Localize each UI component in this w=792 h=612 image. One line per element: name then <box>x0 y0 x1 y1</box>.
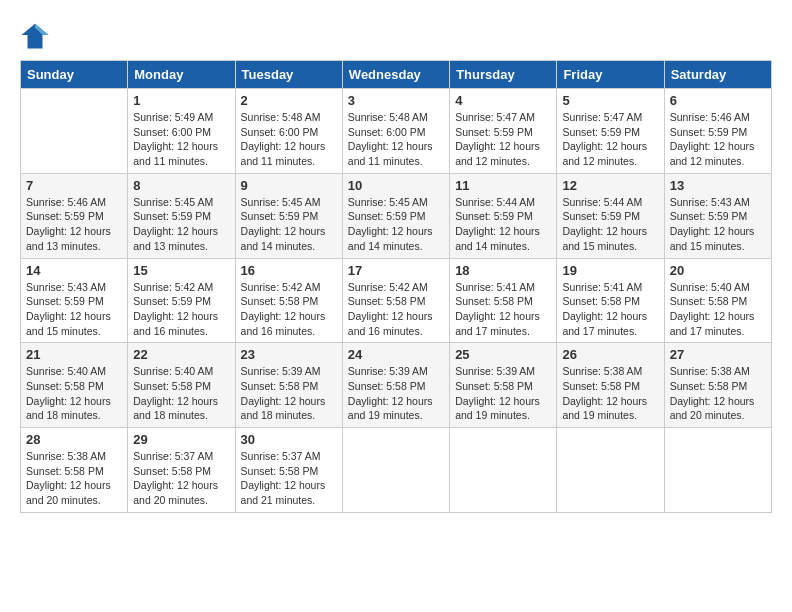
calendar-cell <box>557 428 664 513</box>
day-info: Sunrise: 5:41 AM Sunset: 5:58 PM Dayligh… <box>455 280 551 339</box>
calendar-week-row: 14Sunrise: 5:43 AM Sunset: 5:59 PM Dayli… <box>21 258 772 343</box>
day-info: Sunrise: 5:44 AM Sunset: 5:59 PM Dayligh… <box>455 195 551 254</box>
day-number: 8 <box>133 178 229 193</box>
calendar-cell: 16Sunrise: 5:42 AM Sunset: 5:58 PM Dayli… <box>235 258 342 343</box>
calendar-week-row: 7Sunrise: 5:46 AM Sunset: 5:59 PM Daylig… <box>21 173 772 258</box>
day-info: Sunrise: 5:43 AM Sunset: 5:59 PM Dayligh… <box>670 195 766 254</box>
day-number: 22 <box>133 347 229 362</box>
day-info: Sunrise: 5:39 AM Sunset: 5:58 PM Dayligh… <box>455 364 551 423</box>
day-number: 1 <box>133 93 229 108</box>
weekday-header-wednesday: Wednesday <box>342 61 449 89</box>
day-number: 30 <box>241 432 337 447</box>
day-number: 15 <box>133 263 229 278</box>
calendar-cell: 19Sunrise: 5:41 AM Sunset: 5:58 PM Dayli… <box>557 258 664 343</box>
calendar-cell: 10Sunrise: 5:45 AM Sunset: 5:59 PM Dayli… <box>342 173 449 258</box>
weekday-header-friday: Friday <box>557 61 664 89</box>
weekday-header-monday: Monday <box>128 61 235 89</box>
day-info: Sunrise: 5:46 AM Sunset: 5:59 PM Dayligh… <box>670 110 766 169</box>
calendar-week-row: 1Sunrise: 5:49 AM Sunset: 6:00 PM Daylig… <box>21 89 772 174</box>
day-number: 28 <box>26 432 122 447</box>
day-number: 10 <box>348 178 444 193</box>
day-info: Sunrise: 5:42 AM Sunset: 5:58 PM Dayligh… <box>348 280 444 339</box>
calendar-cell: 30Sunrise: 5:37 AM Sunset: 5:58 PM Dayli… <box>235 428 342 513</box>
day-number: 24 <box>348 347 444 362</box>
day-number: 4 <box>455 93 551 108</box>
day-info: Sunrise: 5:40 AM Sunset: 5:58 PM Dayligh… <box>670 280 766 339</box>
calendar-cell: 11Sunrise: 5:44 AM Sunset: 5:59 PM Dayli… <box>450 173 557 258</box>
calendar-cell: 29Sunrise: 5:37 AM Sunset: 5:58 PM Dayli… <box>128 428 235 513</box>
day-number: 13 <box>670 178 766 193</box>
day-info: Sunrise: 5:40 AM Sunset: 5:58 PM Dayligh… <box>133 364 229 423</box>
day-number: 16 <box>241 263 337 278</box>
calendar-cell: 25Sunrise: 5:39 AM Sunset: 5:58 PM Dayli… <box>450 343 557 428</box>
day-info: Sunrise: 5:38 AM Sunset: 5:58 PM Dayligh… <box>26 449 122 508</box>
day-number: 6 <box>670 93 766 108</box>
calendar-cell: 28Sunrise: 5:38 AM Sunset: 5:58 PM Dayli… <box>21 428 128 513</box>
day-info: Sunrise: 5:47 AM Sunset: 5:59 PM Dayligh… <box>455 110 551 169</box>
calendar-week-row: 28Sunrise: 5:38 AM Sunset: 5:58 PM Dayli… <box>21 428 772 513</box>
day-info: Sunrise: 5:46 AM Sunset: 5:59 PM Dayligh… <box>26 195 122 254</box>
calendar: SundayMondayTuesdayWednesdayThursdayFrid… <box>20 60 772 513</box>
day-number: 17 <box>348 263 444 278</box>
weekday-header-row: SundayMondayTuesdayWednesdayThursdayFrid… <box>21 61 772 89</box>
calendar-cell: 4Sunrise: 5:47 AM Sunset: 5:59 PM Daylig… <box>450 89 557 174</box>
day-info: Sunrise: 5:48 AM Sunset: 6:00 PM Dayligh… <box>241 110 337 169</box>
calendar-cell: 15Sunrise: 5:42 AM Sunset: 5:59 PM Dayli… <box>128 258 235 343</box>
day-number: 20 <box>670 263 766 278</box>
day-info: Sunrise: 5:48 AM Sunset: 6:00 PM Dayligh… <box>348 110 444 169</box>
day-number: 2 <box>241 93 337 108</box>
day-info: Sunrise: 5:42 AM Sunset: 5:58 PM Dayligh… <box>241 280 337 339</box>
calendar-cell: 3Sunrise: 5:48 AM Sunset: 6:00 PM Daylig… <box>342 89 449 174</box>
day-info: Sunrise: 5:38 AM Sunset: 5:58 PM Dayligh… <box>670 364 766 423</box>
day-info: Sunrise: 5:43 AM Sunset: 5:59 PM Dayligh… <box>26 280 122 339</box>
calendar-cell: 20Sunrise: 5:40 AM Sunset: 5:58 PM Dayli… <box>664 258 771 343</box>
calendar-cell: 7Sunrise: 5:46 AM Sunset: 5:59 PM Daylig… <box>21 173 128 258</box>
day-info: Sunrise: 5:39 AM Sunset: 5:58 PM Dayligh… <box>241 364 337 423</box>
day-info: Sunrise: 5:38 AM Sunset: 5:58 PM Dayligh… <box>562 364 658 423</box>
calendar-cell: 24Sunrise: 5:39 AM Sunset: 5:58 PM Dayli… <box>342 343 449 428</box>
day-info: Sunrise: 5:47 AM Sunset: 5:59 PM Dayligh… <box>562 110 658 169</box>
day-number: 26 <box>562 347 658 362</box>
day-info: Sunrise: 5:49 AM Sunset: 6:00 PM Dayligh… <box>133 110 229 169</box>
day-number: 14 <box>26 263 122 278</box>
calendar-cell: 8Sunrise: 5:45 AM Sunset: 5:59 PM Daylig… <box>128 173 235 258</box>
day-number: 25 <box>455 347 551 362</box>
calendar-cell: 27Sunrise: 5:38 AM Sunset: 5:58 PM Dayli… <box>664 343 771 428</box>
day-number: 23 <box>241 347 337 362</box>
logo-icon <box>20 20 50 50</box>
day-number: 5 <box>562 93 658 108</box>
calendar-cell: 17Sunrise: 5:42 AM Sunset: 5:58 PM Dayli… <box>342 258 449 343</box>
calendar-cell <box>664 428 771 513</box>
calendar-cell: 26Sunrise: 5:38 AM Sunset: 5:58 PM Dayli… <box>557 343 664 428</box>
day-info: Sunrise: 5:37 AM Sunset: 5:58 PM Dayligh… <box>241 449 337 508</box>
calendar-cell: 2Sunrise: 5:48 AM Sunset: 6:00 PM Daylig… <box>235 89 342 174</box>
day-number: 27 <box>670 347 766 362</box>
day-info: Sunrise: 5:45 AM Sunset: 5:59 PM Dayligh… <box>241 195 337 254</box>
calendar-week-row: 21Sunrise: 5:40 AM Sunset: 5:58 PM Dayli… <box>21 343 772 428</box>
logo <box>20 20 55 50</box>
day-info: Sunrise: 5:42 AM Sunset: 5:59 PM Dayligh… <box>133 280 229 339</box>
day-number: 21 <box>26 347 122 362</box>
day-info: Sunrise: 5:39 AM Sunset: 5:58 PM Dayligh… <box>348 364 444 423</box>
day-number: 11 <box>455 178 551 193</box>
day-number: 18 <box>455 263 551 278</box>
weekday-header-tuesday: Tuesday <box>235 61 342 89</box>
day-info: Sunrise: 5:45 AM Sunset: 5:59 PM Dayligh… <box>348 195 444 254</box>
weekday-header-sunday: Sunday <box>21 61 128 89</box>
weekday-header-saturday: Saturday <box>664 61 771 89</box>
calendar-cell: 18Sunrise: 5:41 AM Sunset: 5:58 PM Dayli… <box>450 258 557 343</box>
calendar-cell: 5Sunrise: 5:47 AM Sunset: 5:59 PM Daylig… <box>557 89 664 174</box>
calendar-cell: 12Sunrise: 5:44 AM Sunset: 5:59 PM Dayli… <box>557 173 664 258</box>
header <box>20 20 772 50</box>
day-number: 9 <box>241 178 337 193</box>
calendar-cell <box>342 428 449 513</box>
day-info: Sunrise: 5:41 AM Sunset: 5:58 PM Dayligh… <box>562 280 658 339</box>
day-info: Sunrise: 5:37 AM Sunset: 5:58 PM Dayligh… <box>133 449 229 508</box>
day-info: Sunrise: 5:45 AM Sunset: 5:59 PM Dayligh… <box>133 195 229 254</box>
day-info: Sunrise: 5:44 AM Sunset: 5:59 PM Dayligh… <box>562 195 658 254</box>
calendar-cell: 14Sunrise: 5:43 AM Sunset: 5:59 PM Dayli… <box>21 258 128 343</box>
calendar-cell: 21Sunrise: 5:40 AM Sunset: 5:58 PM Dayli… <box>21 343 128 428</box>
day-number: 12 <box>562 178 658 193</box>
day-number: 29 <box>133 432 229 447</box>
day-number: 7 <box>26 178 122 193</box>
